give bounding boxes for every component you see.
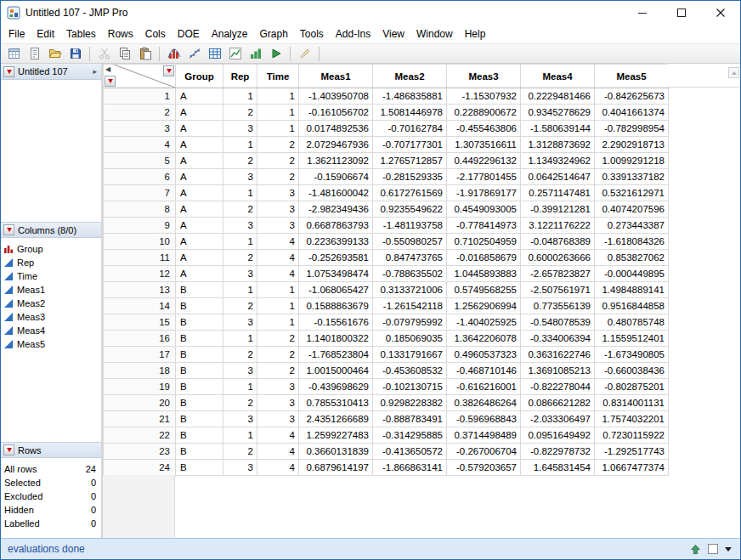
table-cell[interactable]: 1.3642206078 [447, 331, 521, 347]
table-cell[interactable]: -0.550980257 [373, 234, 447, 250]
table-cell[interactable]: 2 [223, 347, 257, 363]
row-number[interactable]: 11 [104, 250, 176, 266]
row-number[interactable]: 19 [104, 379, 176, 395]
table-cell[interactable]: 0.1588863679 [299, 298, 373, 314]
table-cell[interactable]: -1.673490805 [595, 347, 669, 363]
table-cell[interactable]: 2 [223, 153, 257, 169]
table-cell[interactable]: 1.645831454 [521, 460, 595, 476]
row-number[interactable]: 23 [104, 444, 176, 460]
table-cell[interactable]: -2.657823827 [521, 266, 595, 282]
table-cell[interactable]: -1.261542118 [373, 298, 447, 314]
table-cell[interactable]: 0.3631622746 [521, 347, 595, 363]
table-cell[interactable]: -0.102130715 [373, 379, 447, 395]
row-number[interactable]: 13 [104, 282, 176, 298]
table-cell[interactable]: -0.468710146 [447, 363, 521, 379]
column-header-rep[interactable]: Rep [223, 65, 257, 88]
table-cell[interactable]: -1.404025925 [447, 314, 521, 331]
row-number[interactable]: 1 [104, 88, 176, 105]
table-cell[interactable]: 3 [257, 411, 299, 427]
table-cell[interactable]: 1 [257, 314, 299, 331]
table-cell[interactable]: -2.982349436 [299, 201, 373, 218]
row-number[interactable]: 7 [104, 185, 176, 201]
table-cell[interactable]: 3 [223, 121, 257, 137]
table-cell[interactable]: 2 [223, 201, 257, 218]
row-number[interactable]: 24 [104, 460, 176, 476]
cut-button[interactable] [94, 45, 114, 63]
table-cell[interactable]: 4 [257, 250, 299, 266]
columns-menu-button[interactable] [163, 65, 174, 76]
table-cell[interactable]: 3 [223, 460, 257, 476]
table-cell[interactable]: 0.9298228382 [373, 395, 447, 411]
table-cell[interactable]: 1 [223, 137, 257, 153]
table-cell[interactable]: -0.15561676 [299, 314, 373, 331]
maximize-button[interactable] [662, 1, 701, 25]
table-cell[interactable]: B [176, 427, 223, 444]
table-cell[interactable]: 4 [257, 444, 299, 460]
table-cell[interactable]: 3 [257, 185, 299, 201]
table-cell[interactable]: B [176, 331, 223, 347]
status-box-button[interactable] [708, 544, 718, 554]
table-cell[interactable]: 2 [257, 363, 299, 379]
status-up-arrow-button[interactable] [690, 544, 701, 555]
table-cell[interactable]: 0.185069035 [373, 331, 447, 347]
table-cell[interactable]: B [176, 411, 223, 427]
table-cell[interactable]: -1.481600042 [299, 185, 373, 201]
distribution-button[interactable] [164, 45, 184, 63]
column-item-meas1[interactable]: Meas1 [1, 283, 101, 297]
table-cell[interactable]: 0.9516844858 [595, 298, 669, 314]
rows-red-triangle-menu-button[interactable] [3, 444, 14, 455]
table-cell[interactable]: 2.4351266689 [299, 411, 373, 427]
table-cell[interactable]: 0.9235549622 [373, 201, 447, 218]
table-cell[interactable]: 1 [223, 234, 257, 250]
table-cell[interactable]: 0.0866621282 [521, 395, 595, 411]
table-cell[interactable]: B [176, 379, 223, 395]
table-cell[interactable]: -0.079795992 [373, 314, 447, 331]
table-cell[interactable]: -0.15906674 [299, 169, 373, 185]
table-cell[interactable]: -1.481193758 [373, 218, 447, 234]
row-number[interactable]: 14 [104, 298, 176, 314]
table-cell[interactable]: 0.6687863793 [299, 218, 373, 234]
table-cell[interactable]: 3 [257, 201, 299, 218]
row-number[interactable]: 20 [104, 395, 176, 411]
table-cell[interactable]: A [176, 121, 223, 137]
status-dropdown-button[interactable] [725, 547, 732, 552]
table-cell[interactable]: 1.2562906994 [447, 298, 521, 314]
table-cell[interactable]: 0.6879614197 [299, 460, 373, 476]
columns-red-triangle-menu-button[interactable] [3, 224, 14, 235]
table-cell[interactable]: -1.917869177 [447, 185, 521, 201]
row-number[interactable]: 15 [104, 314, 176, 331]
table-cell[interactable]: A [176, 266, 223, 282]
table-red-triangle-menu-button[interactable] [3, 66, 14, 77]
column-header-meas2[interactable]: Meas2 [373, 65, 447, 88]
table-cell[interactable]: A [176, 250, 223, 266]
copy-button[interactable] [115, 45, 134, 63]
table-cell[interactable]: -1.15307932 [447, 88, 521, 105]
table-cell[interactable]: A [176, 169, 223, 185]
table-cell[interactable]: 2 [223, 298, 257, 314]
menu-addins[interactable]: Add-Ins [330, 25, 376, 42]
table-cell[interactable]: 3 [223, 363, 257, 379]
table-cell[interactable]: 2.2902918713 [595, 137, 669, 153]
row-number[interactable]: 12 [104, 266, 176, 282]
table-cell[interactable]: A [176, 105, 223, 121]
table-cell[interactable]: 3 [223, 314, 257, 331]
table-cell[interactable]: -0.70162784 [373, 121, 447, 137]
table-cell[interactable]: 3.1221176222 [521, 218, 595, 234]
table-cell[interactable]: -0.782998954 [595, 121, 669, 137]
table-cell[interactable]: 0.4549093005 [447, 201, 521, 218]
table-cell[interactable]: 0.3391337182 [595, 169, 669, 185]
table-cell[interactable]: 0.2571147481 [521, 185, 595, 201]
table-cell[interactable]: 0.480785748 [595, 314, 669, 331]
table-cell[interactable]: 0.0642514647 [521, 169, 595, 185]
scrollbar-up-button[interactable] [728, 67, 739, 78]
table-cell[interactable]: -0.399121281 [521, 201, 595, 218]
table-cell[interactable]: 0.5749568255 [447, 282, 521, 298]
table-cell[interactable]: B [176, 347, 223, 363]
row-number[interactable]: 9 [104, 218, 176, 234]
table-cell[interactable]: -0.314295885 [373, 427, 447, 444]
menu-edit[interactable]: Edit [31, 25, 60, 42]
table-cell[interactable]: 1 [223, 185, 257, 201]
table-cell[interactable]: 0.0951649492 [521, 427, 595, 444]
table-cell[interactable]: 0.773556139 [521, 298, 595, 314]
table-cell[interactable]: B [176, 282, 223, 298]
